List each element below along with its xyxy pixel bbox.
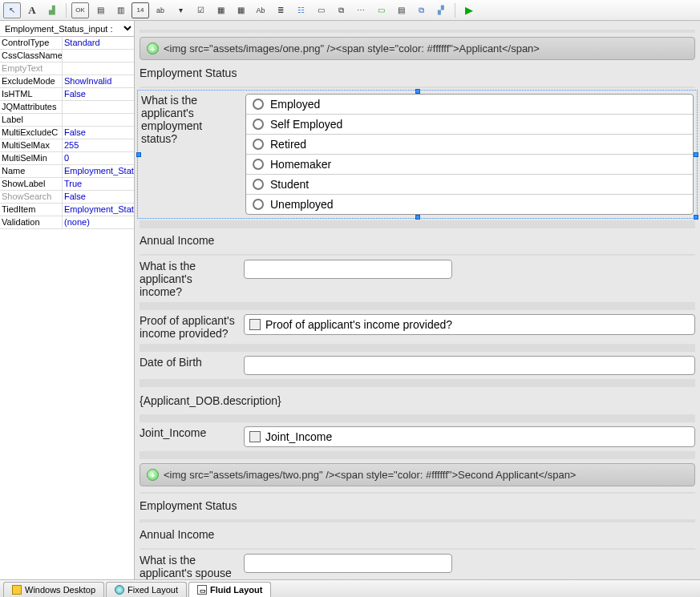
property-name: MultiSelMin	[0, 152, 63, 164]
property-value[interactable]: Employment_Statu	[63, 204, 134, 216]
section-raw-html: <img src="assets/images/one.png" /><span…	[164, 42, 540, 54]
tab-fluid-layout[interactable]: Fluid Layout	[188, 582, 271, 597]
radio-option[interactable]: Employed	[246, 95, 693, 115]
annual-income-heading-2: Annual Income	[140, 526, 695, 544]
calendar-tool[interactable]: 14	[132, 2, 149, 18]
run-button[interactable]: ▶	[460, 2, 478, 18]
panel-tool[interactable]: ▭	[312, 2, 330, 18]
table-tool[interactable]: ▦	[212, 2, 229, 18]
listbox-tool[interactable]: ≣	[272, 2, 289, 18]
tiles-tool[interactable]: ▞	[432, 2, 450, 18]
property-row[interactable]: ShowSearchFalse	[0, 191, 134, 204]
property-row[interactable]: IsHTMLFalse	[0, 88, 134, 101]
property-value[interactable]: False	[63, 191, 134, 203]
property-row[interactable]: NameEmployment_Statu	[0, 165, 134, 178]
employment-status-heading: Employment Status	[140, 65, 695, 83]
section-header-second-applicant[interactable]: + <img src="assets/images/two.png" /><sp…	[140, 463, 695, 486]
layout-tabs: Windows DesktopFixed LayoutFluid Layout	[0, 579, 700, 597]
property-row[interactable]: MultiSelMin0	[0, 152, 134, 165]
spouse-income-input[interactable]	[244, 554, 452, 573]
property-row[interactable]: ControlTypeStandard	[0, 37, 134, 50]
text-tool[interactable]: A	[23, 2, 41, 18]
tab-windows-desktop[interactable]: Windows Desktop	[3, 582, 104, 597]
income-input[interactable]	[244, 260, 452, 279]
employment-question-label: What is the applicant's employment statu…	[141, 94, 237, 145]
section-header-applicant[interactable]: + <img src="assets/images/one.png" /><sp…	[140, 37, 695, 60]
dob-description: {Applicant_DOB.description}	[140, 391, 695, 410]
object-dropdown[interactable]: Employment_Status_input :	[0, 21, 134, 36]
property-row[interactable]: JQMattributes	[0, 101, 134, 114]
property-value[interactable]: ShowInvalid	[63, 75, 134, 87]
radio-option[interactable]: Unemployed	[246, 195, 693, 214]
radio-label: Unemployed	[270, 198, 334, 211]
image-tool[interactable]: ▟	[43, 2, 61, 18]
employment-status-control[interactable]: What is the applicant's employment statu…	[140, 92, 695, 216]
property-object-selector[interactable]: Employment_Status_input :	[0, 21, 134, 37]
property-row[interactable]: ExcludeModeShowInvalid	[0, 75, 134, 88]
radio-option[interactable]: Student	[246, 175, 693, 195]
radio-option[interactable]: Self Employed	[246, 115, 693, 135]
employment-radio-list[interactable]: EmployedSelf EmployedRetiredHomemakerStu…	[245, 94, 694, 215]
property-value[interactable]	[63, 101, 134, 113]
radio-icon	[253, 139, 264, 150]
textbox-tool[interactable]: ab	[152, 2, 169, 18]
property-grid[interactable]: ControlTypeStandardCssClassNameEmptyText…	[0, 37, 134, 579]
property-row[interactable]: ShowLabelTrue	[0, 178, 134, 191]
employment-status-heading-2: Employment Status	[140, 498, 695, 515]
radio-label: Self Employed	[270, 118, 342, 131]
property-name: EmptyText	[0, 63, 63, 75]
tab-label: Fixed Layout	[127, 585, 178, 595]
green-box-tool[interactable]: ▭	[372, 2, 390, 18]
proof-checkbox-row[interactable]: Proof of applicant's income provided?	[244, 314, 695, 335]
property-value[interactable]: False	[63, 127, 134, 139]
radio-icon	[253, 199, 264, 210]
property-row[interactable]: MultiSelMax255	[0, 139, 134, 152]
richtext-tool[interactable]: Ab	[252, 2, 269, 18]
dob-label: Date of Birth	[140, 356, 236, 369]
property-row[interactable]: Validation(none)	[0, 216, 134, 229]
proof-checkbox-label: Proof of applicant's income provided?	[265, 318, 452, 331]
joint-income-checkbox-row[interactable]: Joint_Income	[244, 426, 695, 447]
radio-label: Homemaker	[270, 158, 331, 171]
property-value[interactable]: (none)	[63, 216, 134, 228]
form-tool[interactable]: ▤	[91, 2, 109, 18]
property-value[interactable]: 255	[63, 139, 134, 151]
property-row[interactable]: MultiExcludeCFalse	[0, 127, 134, 139]
radio-icon	[253, 119, 264, 130]
property-value[interactable]	[63, 50, 134, 62]
property-name: CssClassName	[0, 50, 63, 62]
design-canvas-column: + <img src="assets/images/one.png" /><sp…	[135, 21, 700, 579]
copy-tool[interactable]: ⧉	[332, 2, 350, 18]
property-value[interactable]: True	[63, 178, 134, 190]
property-value[interactable]	[63, 114, 134, 126]
property-row[interactable]: EmptyText	[0, 63, 134, 75]
expand-icon[interactable]: +	[147, 469, 159, 481]
radio-option[interactable]: Retired	[246, 135, 693, 155]
design-canvas[interactable]: + <img src="assets/images/one.png" /><sp…	[135, 21, 700, 579]
dots-tool[interactable]: ⋯	[352, 2, 370, 18]
property-row[interactable]: Label	[0, 114, 134, 127]
sheet-tool[interactable]: ▤	[392, 2, 410, 18]
proof-question-label: Proof of applicant's income provided?	[140, 314, 236, 340]
property-value[interactable]	[63, 63, 134, 75]
property-value[interactable]: 0	[63, 152, 134, 164]
property-value[interactable]: Standard	[63, 37, 134, 49]
property-row[interactable]: CssClassName	[0, 50, 134, 63]
blue-copy-tool[interactable]: ⧉	[412, 2, 430, 18]
property-value[interactable]: False	[63, 88, 134, 100]
checkbox-icon[interactable]	[249, 431, 261, 442]
expand-icon[interactable]: +	[147, 42, 159, 54]
checkbox-icon[interactable]	[249, 319, 261, 330]
property-row[interactable]: TiedItemEmployment_Statu	[0, 204, 134, 216]
property-value[interactable]: Employment_Statu	[63, 165, 134, 177]
ok-button-tool[interactable]: OK	[71, 2, 89, 18]
pointer-tool[interactable]: ↖	[3, 2, 21, 18]
dropdown-tool[interactable]: ▾	[172, 2, 189, 18]
layout-tool[interactable]: ☷	[292, 2, 310, 18]
form2-tool[interactable]: ▥	[111, 2, 129, 18]
radio-option[interactable]: Homemaker	[246, 155, 693, 175]
checkbox-tool[interactable]: ☑	[192, 2, 209, 18]
tab-fixed-layout[interactable]: Fixed Layout	[106, 582, 187, 597]
grid-tool[interactable]: ▦	[232, 2, 249, 18]
dob-input[interactable]	[244, 356, 695, 375]
